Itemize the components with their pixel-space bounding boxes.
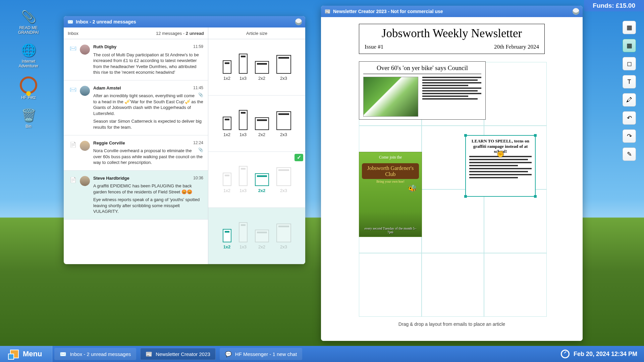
avatar [80,86,90,96]
size-option-2x2[interactable]: 2x2 [255,117,269,137]
message-body: A graffiti EPIDEMIC has been PLAUGING th… [93,183,203,195]
task-label: Newsletter Creator 2023 [156,351,210,357]
grab-cursor-icon: ✊ [497,150,504,158]
size-panels: 1x21x32x22x31x21x32x22x3✓1x21x32x22x31x2… [208,39,305,264]
size-label: 2x3 [280,188,287,193]
tool-text[interactable]: T [623,75,636,88]
attachment-icon: 📎 [198,92,203,98]
task-messenger[interactable]: 💬HF Messenger - 1 new chat [220,348,302,360]
message-body: Eye witness reports speak of a gang of '… [93,197,203,215]
dragging-article[interactable]: LEARN TO SPEELL, teens on graffiti rampa… [465,135,536,197]
message-body: Nora Corville overheard a proposal to el… [93,148,203,166]
clock-text: Feb 20, 2024 12:34 PM [574,351,637,358]
tool-grid[interactable]: ▦ [623,21,636,34]
drag-hint: Drag & drop a layout from emails to plac… [350,321,554,327]
message-from: Steve Hardbridge [93,176,129,181]
minimize-button[interactable] [295,18,302,25]
taskbar-clock: Feb 20, 2024 12:34 PM [554,350,644,358]
size-option-2x3: 2x3 [276,224,291,249]
tool-frame[interactable]: ◻ [623,57,636,70]
message-row[interactable]: ✉️11:59Ruth DigbyThe cost of Multi Day p… [64,39,208,80]
window-title: Inbox - 2 unread messages [76,19,136,24]
size-label: 1x3 [239,244,247,249]
inbox-titlebar[interactable]: ✉️ Inbox - 2 unread messages [64,16,305,27]
readme-icon[interactable]: READ ME GRANDPA! [13,9,44,35]
tool-grid2[interactable]: ▦ [623,39,636,52]
internet-icon[interactable]: Internet Adventurer [13,43,44,68]
avatar [80,45,90,55]
ad-title: Jobsworth Gardener's Club [362,163,419,179]
newsletter-icon: 📰 [324,8,330,14]
size-label: 1x2 [223,132,230,137]
mail-icon: ✉️ [67,19,73,25]
bee-icon: 🐝 [408,184,417,193]
size-label: 2x3 [280,244,287,249]
paperclip-icon [21,9,36,24]
issue-date: 20th February 2024 [494,44,539,50]
task-label: Inbox - 2 unread messages [70,351,131,357]
size-option-2x2[interactable]: 2x2 [255,173,269,193]
size-thumb [223,229,231,242]
unread-icon: ✉️ [70,44,76,75]
size-option-1x3: 1x3 [239,166,248,193]
size-option-1x3[interactable]: 1x3 [239,110,248,137]
collar-icon [20,76,37,94]
article-photo [363,77,418,117]
task-creator[interactable]: 📰Newsletter Creator 2023 [140,348,216,360]
message-row[interactable]: 📄10:36Steve HardbridgeA graffiti EPIDEMI… [64,171,208,220]
newsletter-page[interactable]: Jobsworth Weekly Newsletter Issue #1 20t… [350,22,554,330]
minimize-button[interactable] [573,8,579,15]
tool-clear[interactable]: ✎ [623,147,636,161]
article-headline: Over 60's 'on yer bike' says Council [363,64,481,74]
message-time: 10:36 [193,175,203,181]
window-title: Newsletter Creator 2023 - Not for commer… [333,9,443,14]
message-row[interactable]: ✉️11:45Adam Amstel📎After an incredibly t… [64,80,208,135]
size-thumb [255,117,269,130]
size-panel: 1x21x32x22x3 [208,96,305,152]
message-row[interactable]: 📄12:24Reggie Corville📎Nora Corville over… [64,135,208,171]
size-label: 2x2 [258,188,266,193]
newsletter-header: Jobsworth Weekly Newsletter Issue #1 20t… [359,24,545,54]
size-label: 2x2 [258,132,265,137]
globe-icon [21,43,36,58]
avatar [80,176,90,186]
bin-icon[interactable]: Bin [13,108,44,129]
size-option-2x3[interactable]: 2x3 [276,111,291,137]
size-label: 1x2 [223,188,230,193]
tool-fill[interactable]: 🖍 [623,93,636,107]
funds-badge: Funds: £15.00 [584,0,644,11]
message-body: The cost of Multi Day participation at S… [93,52,203,75]
size-thumb [276,111,291,130]
size-option-1x2[interactable]: 1x2 [223,60,231,81]
message-from: Ruth Digby [93,44,116,49]
size-option-2x3[interactable]: 2x3 [276,55,291,81]
size-option-1x3[interactable]: 1x3 [239,54,248,81]
task-inbox[interactable]: ✉️Inbox - 2 unread messages [54,348,136,360]
creator-titlebar[interactable]: 📰 Newsletter Creator 2023 - Not for comm… [321,6,583,17]
message-time: 12:24 [193,140,203,145]
size-thumb [255,230,269,242]
tool-undo[interactable]: ↶ [623,111,636,125]
creator-window: 📰 Newsletter Creator 2023 - Not for comm… [321,6,583,341]
size-label: 1x3 [239,132,247,137]
size-panel: 1x21x32x22x3 [208,208,305,264]
avatar [80,141,90,151]
size-panel: 1x21x32x22x3 [208,39,305,96]
gardeners-club-ad[interactable]: Come join the Jobsworth Gardener's Club … [359,152,422,237]
desktop-icons: READ ME GRANDPA! Internet Adventurer HF … [13,9,44,129]
placed-article-1[interactable]: Over 60's 'on yer bike' says Council [359,61,486,120]
hfpetz-icon[interactable]: HF Petz [13,76,44,100]
size-option-1x2[interactable]: 1x2 [223,229,231,249]
size-label: 2x3 [280,132,287,137]
size-label: 1x3 [239,76,247,81]
size-option-2x2[interactable]: 2x2 [255,61,269,81]
start-menu-button[interactable]: Menu [0,346,52,362]
task-icon: ✉️ [60,351,66,357]
article-body-lines [422,77,481,117]
size-thumb [239,222,248,242]
size-thumb [239,110,248,130]
size-thumb [255,61,269,74]
tool-redo[interactable]: ↷ [623,129,636,143]
size-option-1x2[interactable]: 1x2 [223,117,231,137]
size-label: 2x2 [258,244,265,249]
